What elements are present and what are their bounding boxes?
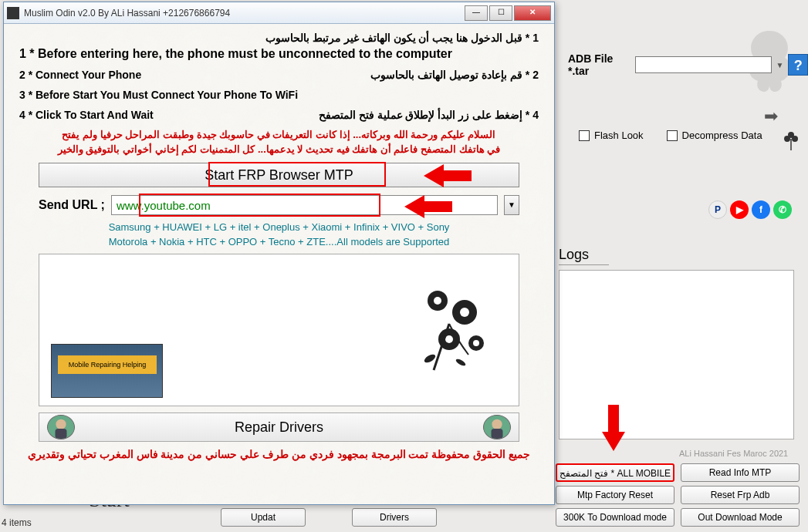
frp-dialog-window: Muslim Odin v2.0 By ALi Hassani +2126768… [3,2,555,505]
repair-drivers-label: Repair Drivers [83,419,475,436]
app-icon [7,7,19,19]
out-download-mode-button[interactable]: Out Download Mode [681,508,800,527]
svg-point-14 [445,335,453,343]
repair-drivers-button[interactable]: Repair Drivers [39,412,519,442]
display-panel: Mobile Repairing Helping [39,254,519,406]
send-url-label: Send URL ; [39,198,105,212]
mtp-factory-reset-button[interactable]: Mtp Factory Reset [556,486,674,504]
svg-point-16 [473,340,479,346]
read-info-mtp-button[interactable]: Read Info MTP [681,463,800,482]
arrow-right-icon: ➡ [764,106,778,126]
svg-point-12 [460,308,469,317]
flower-decoration-small [779,127,803,150]
svg-rect-21 [56,429,67,439]
instruction-1-ar: 1 * قبل الدخول هنا يجب أن يكون الهاتف غي… [19,32,539,44]
supported-line-2: Motorola + Nokia + HTC + OPPO + Tecno + … [42,236,516,247]
mobile-repairing-text: Mobile Repairing Helping [69,361,147,369]
facebook-icon[interactable]: f [752,200,770,219]
close-button[interactable]: ✕ [514,5,551,21]
svg-rect-3 [608,405,619,434]
avatar-right [483,415,511,439]
adb-file-label: ADB File *.tar [568,52,631,77]
reset-frp-adb-button[interactable]: Reset Frp Adb [681,486,800,504]
instruction-3: 3 * Before Start You Must Connect Your P… [19,89,539,101]
flash-look-checkbox[interactable]: Flash Look [579,130,644,141]
titlebar[interactable]: Muslim Odin v2.0 By ALi Hassani +2126768… [4,2,554,24]
combo-dropdown-arrow[interactable]: ▼ [504,195,519,215]
svg-rect-7 [423,201,452,212]
download-mode-button[interactable]: 300K To Download mode [556,508,674,527]
red-note-1: السلام عليكم ورحمة الله وبركاته... إذا ك… [19,129,539,140]
red-arrow-left-2 [401,192,455,223]
minimize-button[interactable]: — [465,5,488,21]
red-arrow-left-1 [421,161,475,192]
red-arrow-down-annotation [594,401,633,458]
instruction-2-en: 2 * Connect Your Phone [19,69,141,81]
all-mobile-frp-button[interactable]: فتح المتصفح * ALL MOBILE FRP [556,463,674,482]
instruction-4-en: 4 * Click To Start And Wait [19,109,154,121]
instruction-2-ar: 2 * قم بإعادة توصيل الهاتف بالحاسوب [370,69,539,81]
avatar-left [47,415,75,439]
supported-line-1: Samsung + HUAWEI + LG + itel + Oneplus +… [42,221,516,233]
svg-marker-6 [424,164,444,187]
drivers-button-bottom[interactable]: Drivers [352,508,437,527]
updat-button[interactable]: Updat [221,508,306,527]
svg-marker-4 [602,432,625,451]
window-title: Muslim Odin v2.0 By ALi Hassani +2126768… [24,8,463,19]
svg-point-18 [455,358,466,367]
svg-point-23 [492,419,502,429]
adb-file-combo[interactable] [635,56,772,73]
svg-rect-5 [442,170,472,181]
red-note-2: في هاتفك المتصفح فاعلم أن هاتفك فيه تحدي… [19,143,539,155]
youtube-icon[interactable]: ▶ [730,200,749,219]
flower-art-icon [395,270,503,378]
items-count: 4 items [2,517,32,528]
logs-label: Logs [559,247,609,265]
paypal-icon[interactable]: P [708,200,727,219]
svg-point-2 [792,136,798,142]
credit-text: ALi Hassani Fes Maroc 2021 [679,449,788,458]
mobile-repairing-image: Mobile Repairing Helping [51,344,163,398]
instruction-4-ar: 4 * إضغط على زر البدأ لإطلاق عملية فتح ا… [319,109,539,121]
svg-point-17 [423,353,437,365]
maximize-button[interactable]: ☐ [489,5,512,21]
svg-point-1 [784,136,790,142]
copyright-text: جميع الحقوق محفوظة تمت البرمجة بمجهود فر… [19,448,539,460]
instruction-1-en: 1 * Before entering here, the phone must… [19,47,539,61]
help-button[interactable]: ? [788,54,808,76]
decompress-checkbox[interactable]: Decompress Data [667,130,762,141]
svg-rect-24 [492,429,503,439]
svg-point-10 [434,297,441,305]
svg-point-20 [56,419,66,429]
whatsapp-icon[interactable]: ✆ [773,200,792,219]
svg-marker-8 [404,195,424,218]
